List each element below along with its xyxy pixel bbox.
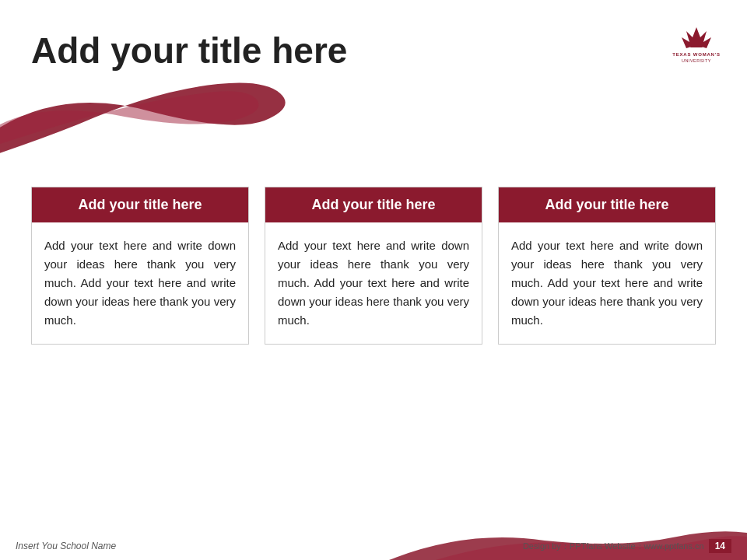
column-3-body: Add your text here and write down your i… — [499, 222, 715, 344]
svg-text:UNIVERSITY: UNIVERSITY — [682, 58, 711, 63]
svg-text:TEXAS WOMAN'S: TEXAS WOMAN'S — [672, 52, 721, 57]
column-2: Add your title here Add your text here a… — [265, 187, 482, 345]
main-title: Add your title here — [31, 30, 347, 72]
university-logo: TEXAS WOMAN'S UNIVERSITY — [669, 23, 724, 70]
columns-container: Add your title here Add your text here a… — [31, 187, 716, 345]
logo-icon: TEXAS WOMAN'S UNIVERSITY — [669, 23, 724, 70]
page-number: 14 — [709, 539, 731, 553]
footer-school-name: Insert You School Name — [16, 541, 116, 551]
svg-rect-0 — [690, 45, 703, 47]
column-1-body: Add your text here and write down your i… — [32, 222, 248, 344]
column-3-header: Add your title here — [499, 187, 715, 222]
column-2-header: Add your title here — [265, 187, 482, 222]
column-1-header: Add your title here — [32, 187, 248, 222]
top-swoosh-decoration — [0, 0, 747, 156]
column-1: Add your title here Add your text here a… — [31, 187, 249, 345]
footer: Insert You School Name Design by：PPTfans… — [0, 532, 747, 560]
column-2-body: Add your text here and write down your i… — [265, 222, 482, 344]
column-3: Add your title here Add your text here a… — [498, 187, 716, 345]
footer-design-credit: Design by：PPTfans Website：www.pptfans.cn — [523, 541, 704, 552]
footer-right: Design by：PPTfans Website：www.pptfans.cn… — [523, 539, 731, 553]
slide: Add your title here TEXAS WOMAN'S UNIVER… — [0, 0, 747, 560]
